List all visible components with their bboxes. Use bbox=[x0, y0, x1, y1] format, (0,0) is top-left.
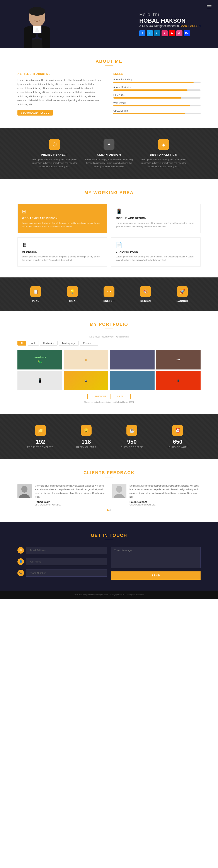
instagram-link[interactable]: ✦ bbox=[162, 30, 168, 36]
portfolio-filters: All Web Mddoo App Landing page Ecommerce bbox=[18, 341, 200, 345]
about-left: A LITTLE BRIF ABOUT ME Lorem nisi adipis… bbox=[18, 72, 105, 117]
portfolio-previous-button[interactable]: ← PREVIOUS bbox=[87, 394, 111, 399]
pixel-perfect-icon: ⬡ bbox=[49, 139, 60, 150]
testimonial-dot-1[interactable] bbox=[107, 509, 109, 511]
work-card-web-template[interactable]: ⊞ WEB TEMPLATE DESIGN Lorem Ipsum is sim… bbox=[18, 204, 107, 233]
process-plan: 📋 PLAN bbox=[18, 286, 54, 302]
hours-number: 650 bbox=[155, 438, 200, 445]
testimonial-2-content: Monica is a full time Internet Marketing… bbox=[130, 484, 200, 506]
testimonial-dot-2[interactable] bbox=[109, 509, 111, 511]
skill-item: Adobe Illustrator bbox=[113, 86, 200, 91]
contact-phone-row: 📞 bbox=[18, 569, 107, 577]
plan-icon: 📋 bbox=[30, 286, 41, 297]
testimonial-1-name: Robed Islam bbox=[35, 500, 106, 503]
hamburger-menu[interactable] bbox=[207, 4, 212, 9]
contact-email-row: ✉ bbox=[18, 547, 107, 554]
feature-analytics: ◈ BEST ANALYTICS Lorem Ipsum is simply d… bbox=[139, 139, 188, 168]
projects-number: 192 bbox=[18, 438, 63, 445]
contact-phone-input[interactable] bbox=[26, 569, 107, 577]
hours-label: HOURS OF WORK bbox=[155, 446, 200, 448]
projects-icon: 📁 bbox=[35, 425, 46, 436]
portfolio-item-5[interactable]: 📱 bbox=[18, 371, 62, 391]
stats-section: 📁 192 PROJECT COMPLETE 😊 118 HAPPY CLIEN… bbox=[0, 414, 218, 459]
feature-pixel-title: PIEXEL PERFECT bbox=[30, 153, 79, 156]
web-template-text: Lorem Ipsum is simply dummy text of the … bbox=[22, 221, 102, 228]
mobile-icon: 📱 bbox=[116, 209, 196, 215]
portfolio-grid: Laravel 2014 🦕 📔 last 📱 📸 bbox=[18, 350, 200, 391]
portfolio-item-8[interactable]: 📱 bbox=[156, 371, 201, 391]
download-resume-button[interactable]: ↓ DOWNLOAD RESUME bbox=[18, 110, 53, 116]
hours-icon: ⏰ bbox=[172, 425, 183, 436]
features-section: ⬡ PIEXEL PERFECT Lorem Ipsum is simply d… bbox=[0, 128, 218, 179]
footer: www.freewordpressthemeblvogue.com Copyri… bbox=[0, 591, 218, 599]
design-label: DESIGN bbox=[127, 300, 164, 302]
about-right: SKILLS Adobe Photoshop Adobe Illustrator bbox=[113, 72, 200, 117]
work-card-landing[interactable]: 📄 LANDING PAGE Lorem Ipsum is simply dum… bbox=[111, 238, 200, 267]
contact-name-icon: 👤 bbox=[18, 558, 24, 565]
dribbble-link[interactable]: dr bbox=[176, 30, 183, 36]
process-design: 🎨 DESIGN bbox=[127, 286, 164, 302]
filter-web[interactable]: Web bbox=[28, 341, 38, 345]
clients-section-title: CLIENTS FEEDBACK bbox=[18, 470, 200, 475]
about-grid: A LITTLE BRIF ABOUT ME Lorem nisi adipis… bbox=[18, 72, 200, 117]
web-template-title: WEB TEMPLATE DESIGN bbox=[22, 217, 102, 220]
twitter-link[interactable]: t bbox=[147, 30, 153, 36]
filter-landing-page[interactable]: Landing page bbox=[59, 341, 79, 345]
mobile-text: Lorem Ipsum is simply dummy text of the … bbox=[116, 221, 196, 228]
mobile-title: MOBILE APP DESIGN bbox=[116, 217, 196, 220]
feature-analytics-title: BEST ANALYTICS bbox=[139, 153, 188, 156]
contact-message-input[interactable] bbox=[111, 547, 200, 568]
ui-title: UI DESIGN bbox=[22, 250, 102, 253]
stat-clients: 😊 118 HAPPY CLIENTS bbox=[63, 425, 109, 448]
contact-email-input[interactable] bbox=[26, 547, 107, 554]
svg-point-2 bbox=[29, 7, 45, 16]
portfolio-item-1[interactable]: Laravel 2014 🦕 bbox=[18, 350, 62, 370]
contact-name-input[interactable] bbox=[26, 558, 107, 565]
portfolio-item-3[interactable] bbox=[110, 350, 155, 370]
working-area-section: MY WORKING AREA ⊞ WEB TEMPLATE DESIGN Lo… bbox=[0, 179, 218, 277]
svg-point-8 bbox=[21, 486, 27, 493]
portfolio-item-7[interactable] bbox=[110, 371, 155, 391]
portfolio-item-2[interactable]: 📔 bbox=[64, 350, 109, 370]
testimonial-grid: Monica is a full time Internet Marketing… bbox=[18, 484, 200, 506]
contact-send-button[interactable]: SEND bbox=[111, 571, 200, 580]
contact-section: GET IN TOUCH ✉ 👤 📞 SEND bbox=[0, 522, 218, 591]
skills-title: SKILLS bbox=[113, 72, 200, 75]
portfolio-item-4[interactable]: last bbox=[156, 350, 201, 370]
working-grid: ⊞ WEB TEMPLATE DESIGN Lorem Ipsum is sim… bbox=[18, 204, 200, 267]
contact-email-icon: ✉ bbox=[18, 547, 24, 554]
contact-grid: ✉ 👤 📞 SEND bbox=[18, 547, 200, 580]
behance-link[interactable]: Be bbox=[184, 30, 190, 36]
portfolio-actions: ← PREVIOUS NEXT → bbox=[18, 394, 200, 399]
linkedin-link[interactable]: in bbox=[154, 30, 160, 36]
hero-name: ROBAL HAKSON bbox=[139, 18, 200, 24]
stat-hours: ⏰ 650 HOURS OF WORK bbox=[155, 425, 200, 448]
work-card-mobile[interactable]: 📱 MOBILE APP DESIGN Lorem Ipsum is simpl… bbox=[111, 204, 200, 233]
work-card-ui[interactable]: 🖥 UI DESIGN Lorem Ipsum is simply dummy … bbox=[18, 238, 107, 267]
coffee-number: 950 bbox=[109, 438, 155, 445]
hero-person-image bbox=[20, 2, 55, 48]
feature-analytics-text: Lorem Ipsum is simply dummy text of the … bbox=[139, 158, 188, 168]
process-section: 📋 PLAN 💡 IDEA ✏ SKETCH 🎨 DESIGN 🚀 LAUNCH bbox=[0, 277, 218, 311]
filter-mobile-app[interactable]: Mddoo App bbox=[40, 341, 58, 345]
contact-name-row: 👤 bbox=[18, 558, 107, 565]
ui-icon: 🖥 bbox=[22, 242, 102, 248]
working-section-title: MY WORKING AREA bbox=[18, 190, 200, 195]
contact-section-title: GET IN TOUCH bbox=[18, 533, 200, 538]
feature-pixel-text: Lorem Ipsum is simply dummy text of the … bbox=[30, 158, 79, 168]
skill-item: Html & Css bbox=[113, 94, 200, 99]
portfolio-item-6[interactable]: 📸 bbox=[64, 371, 109, 391]
portfolio-caption: Maecenas luctus lectus at nibh fringilla… bbox=[18, 401, 200, 403]
clean-design-icon: ✦ bbox=[104, 139, 114, 150]
filter-ecommerce[interactable]: Ecommerce bbox=[80, 341, 98, 345]
working-underline bbox=[105, 197, 113, 197]
skill-item: UI/UX Design bbox=[113, 110, 200, 114]
facebook-link[interactable]: f bbox=[139, 30, 145, 36]
portfolio-next-button[interactable]: NEXT → bbox=[113, 394, 131, 399]
filter-all[interactable]: All bbox=[18, 341, 26, 345]
youtube-link[interactable]: ▶ bbox=[169, 30, 175, 36]
testimonial-2-text: Monica is a full time Internet Marketing… bbox=[130, 484, 200, 499]
about-underline bbox=[105, 65, 113, 66]
footer-right: Copyright 2014 — All Rights Reserved bbox=[111, 594, 144, 596]
clients-icon: 😊 bbox=[81, 425, 91, 436]
